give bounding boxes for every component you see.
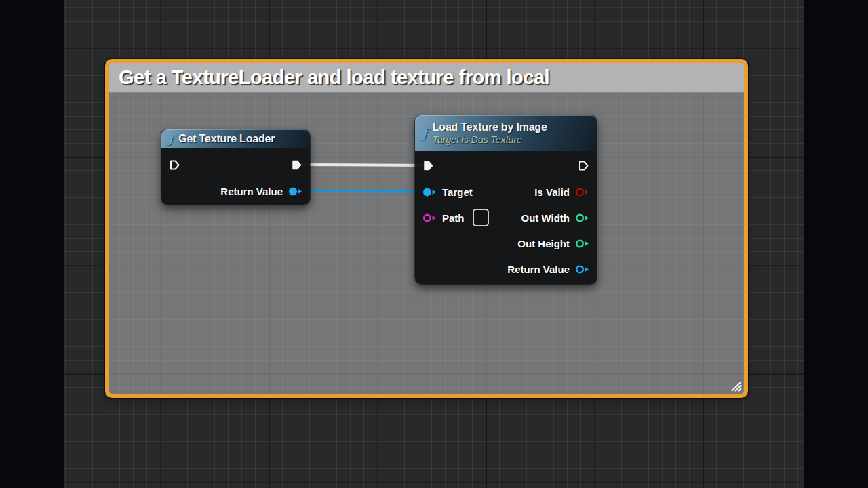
node-subtitle: Target is Das Texture	[433, 134, 547, 145]
exec-in-pin[interactable]	[422, 160, 434, 171]
exec-out-pin[interactable]	[578, 160, 589, 171]
exec-out-pin[interactable]	[291, 159, 302, 171]
node-load-texture-by-image[interactable]: ƒ Load Texture by Image Target is Das Te…	[415, 115, 597, 284]
target-pin[interactable]	[422, 187, 437, 197]
comment-title: Get a TextureLoader and load texture fro…	[119, 66, 549, 89]
comment-resize-handle[interactable]	[729, 379, 743, 392]
node-header[interactable]: ƒ Get Texture Loader	[161, 129, 310, 148]
out-height-label: Out Height	[517, 238, 570, 249]
data-wire[interactable]	[297, 191, 430, 192]
out-height-pin[interactable]	[575, 239, 589, 249]
path-input[interactable]	[473, 209, 489, 226]
function-icon: ƒ	[168, 132, 173, 146]
path-label: Path	[442, 212, 465, 224]
return-value-label: Return Value	[507, 264, 570, 275]
target-label: Target	[442, 186, 473, 198]
node-title: Load Texture by Image	[433, 121, 547, 134]
letterbox-left	[0, 0, 64, 488]
exec-wire[interactable]	[300, 165, 431, 165]
return-value-label: Return Value	[220, 186, 283, 197]
return-value-pin[interactable]	[288, 186, 302, 197]
return-value-pin[interactable]	[575, 264, 589, 274]
node-title: Get Texture Loader	[178, 133, 275, 145]
out-width-label: Out Width	[521, 212, 570, 224]
comment-header[interactable]: Get a TextureLoader and load texture fro…	[109, 63, 744, 93]
is-valid-label: Is Valid	[534, 186, 570, 198]
out-width-pin[interactable]	[575, 213, 589, 223]
node-header[interactable]: ƒ Load Texture by Image Target is Das Te…	[415, 115, 597, 151]
exec-in-pin[interactable]	[169, 159, 180, 171]
blueprint-editor: Get a TextureLoader and load texture fro…	[0, 0, 868, 488]
letterbox-right	[804, 0, 868, 488]
is-valid-pin[interactable]	[575, 187, 589, 197]
node-get-texture-loader[interactable]: ƒ Get Texture Loader Return Value	[161, 129, 310, 205]
function-icon: ƒ	[422, 126, 427, 140]
path-pin[interactable]	[422, 213, 437, 223]
